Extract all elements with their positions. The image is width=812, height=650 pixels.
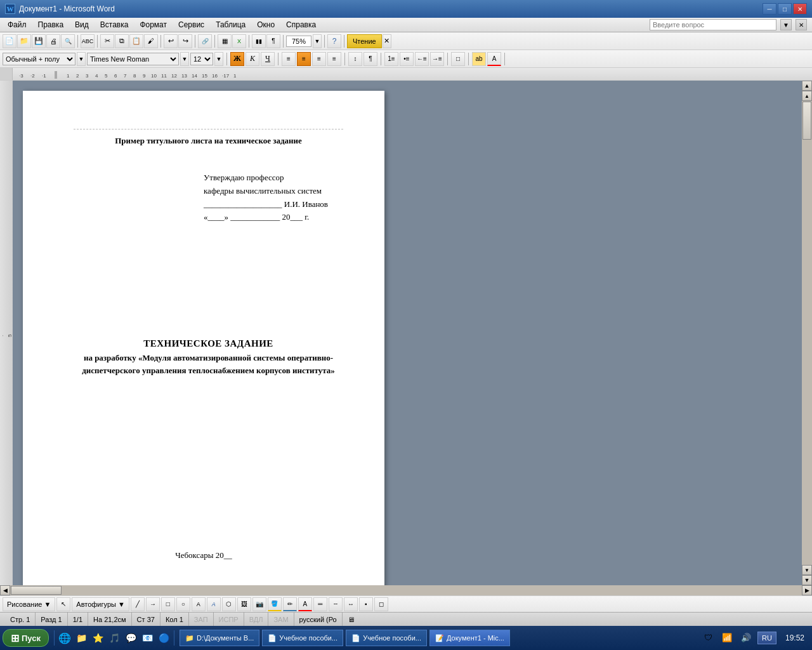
- systray-antivirus[interactable]: 🛡: [700, 630, 716, 646]
- line-color-button[interactable]: ✏: [283, 597, 297, 611]
- size-select[interactable]: 12: [190, 53, 213, 65]
- ie-icon[interactable]: 🌐: [57, 630, 72, 646]
- bullets-button[interactable]: •≡: [400, 52, 414, 66]
- menu-file[interactable]: Файл: [3, 19, 32, 30]
- taskbar-task-3[interactable]: 📄Учебное пособи...: [346, 630, 427, 646]
- clipart-button[interactable]: 🖼: [237, 597, 251, 611]
- scroll-down-button[interactable]: ▼: [802, 575, 812, 585]
- font-select[interactable]: Times New Roman: [87, 53, 179, 65]
- line-spacing-button[interactable]: ↕: [348, 52, 362, 66]
- zoom-dropdown[interactable]: ▼: [313, 34, 322, 48]
- systray-network[interactable]: 📶: [719, 630, 735, 646]
- maximize-button[interactable]: □: [778, 3, 792, 15]
- align-right-button[interactable]: ≡: [312, 52, 326, 66]
- zoom-input[interactable]: [286, 36, 311, 47]
- diagram-button[interactable]: ⬡: [222, 597, 236, 611]
- decrease-indent-button[interactable]: ←≡: [415, 52, 429, 66]
- paragraph-button[interactable]: ¶: [363, 52, 377, 66]
- h-scroll-left-button[interactable]: ◀: [0, 585, 10, 595]
- help-close-button[interactable]: ✕: [796, 19, 807, 30]
- rect-button[interactable]: □: [161, 597, 175, 611]
- fill-color-button[interactable]: 🪣: [268, 597, 282, 611]
- font-color-button[interactable]: A: [487, 52, 501, 66]
- systray-sound[interactable]: 🔊: [738, 630, 754, 646]
- menu-format[interactable]: Формат: [134, 19, 172, 30]
- align-center-button[interactable]: ≡: [297, 52, 311, 66]
- menu-window[interactable]: Окно: [252, 19, 280, 30]
- select-tool-button[interactable]: ↖: [56, 597, 70, 611]
- scroll-up2-button[interactable]: ▲: [802, 91, 812, 101]
- shadow-button[interactable]: ▪: [359, 597, 373, 611]
- menu-help[interactable]: Справка: [281, 19, 321, 30]
- font-color-btn2[interactable]: A: [298, 597, 312, 611]
- ellipse-button[interactable]: ○: [176, 597, 190, 611]
- open-button[interactable]: 📁: [17, 34, 31, 48]
- copy-button[interactable]: ⧉: [115, 34, 129, 48]
- help-icon-button[interactable]: ?: [327, 34, 341, 48]
- increase-indent-button[interactable]: →≡: [430, 52, 444, 66]
- align-left-button[interactable]: ≡: [282, 52, 296, 66]
- wordart-button[interactable]: A: [207, 597, 221, 611]
- cut-button[interactable]: ✂: [100, 34, 114, 48]
- quicklaunch-4[interactable]: 💬: [123, 630, 138, 646]
- print-button[interactable]: 🖨: [46, 34, 60, 48]
- size-dropdown[interactable]: ▼: [214, 52, 223, 66]
- autoshapes-button[interactable]: Автофигуры ▼: [72, 597, 129, 611]
- minimize-button[interactable]: ─: [763, 3, 776, 15]
- style-dropdown[interactable]: ▼: [77, 52, 86, 66]
- arrow-button[interactable]: →: [146, 597, 160, 611]
- columns-button[interactable]: ▮▮: [252, 34, 266, 48]
- image-button[interactable]: 📷: [252, 597, 266, 611]
- menu-service[interactable]: Сервис: [173, 19, 209, 30]
- border-button[interactable]: □: [451, 52, 465, 66]
- quicklaunch-5[interactable]: 📧: [140, 630, 155, 646]
- read-close-button[interactable]: ✕: [383, 34, 391, 48]
- 3d-button[interactable]: ◻: [374, 597, 388, 611]
- h-scroll-right-button[interactable]: ▶: [802, 585, 812, 595]
- quicklaunch-1[interactable]: 📁: [74, 630, 89, 646]
- font-dropdown[interactable]: ▼: [180, 52, 189, 66]
- highlight-button[interactable]: ab: [472, 52, 486, 66]
- excel-button[interactable]: X: [232, 34, 246, 48]
- document-area[interactable]: Пример титульного листа на техническое з…: [13, 81, 802, 585]
- redo-button[interactable]: ↪: [178, 34, 192, 48]
- paste-button[interactable]: 📋: [129, 34, 143, 48]
- menu-view[interactable]: Вид: [70, 19, 94, 30]
- scroll-down2-button[interactable]: ▼: [802, 565, 812, 575]
- save-button[interactable]: 💾: [32, 34, 46, 48]
- h-scroll-thumb[interactable]: [11, 586, 62, 595]
- preview-button[interactable]: 🔍: [61, 34, 75, 48]
- align-justify-button[interactable]: ≡: [327, 52, 341, 66]
- quicklaunch-3[interactable]: 🎵: [107, 630, 122, 646]
- bold-button[interactable]: Ж: [230, 52, 244, 66]
- scroll-up-button[interactable]: ▲: [802, 81, 812, 91]
- undo-button[interactable]: ↩: [164, 34, 178, 48]
- drawing-label-button[interactable]: Рисование ▼: [3, 597, 55, 611]
- scroll-thumb[interactable]: [802, 102, 811, 140]
- close-button[interactable]: ✕: [793, 3, 807, 15]
- language-indicator[interactable]: RU: [757, 632, 776, 644]
- line-style-button[interactable]: ═: [313, 597, 327, 611]
- start-button[interactable]: ⊞ Пуск: [3, 629, 49, 647]
- read-button[interactable]: Чтение: [347, 34, 382, 48]
- menu-edit[interactable]: Правка: [33, 19, 69, 30]
- show-button[interactable]: ¶: [266, 34, 280, 48]
- menu-table[interactable]: Таблица: [211, 19, 251, 30]
- taskbar-task-2[interactable]: 📄Учебное пособи...: [262, 630, 343, 646]
- numbering-button[interactable]: 1≡: [384, 52, 398, 66]
- help-search-button[interactable]: ▼: [780, 19, 792, 30]
- taskbar-task-1[interactable]: 📁D:\Документы В...: [180, 630, 259, 646]
- hyperlink-button[interactable]: 🔗: [198, 34, 212, 48]
- line-button[interactable]: ╱: [131, 597, 145, 611]
- underline-button[interactable]: Ч: [261, 52, 275, 66]
- arrow-style-button[interactable]: ↔: [344, 597, 358, 611]
- quicklaunch-6[interactable]: 🔵: [156, 630, 171, 646]
- style-select[interactable]: Обычный + полу: [3, 53, 75, 65]
- spell-button[interactable]: ABC: [81, 34, 95, 48]
- format-painter-button[interactable]: 🖌: [144, 34, 158, 48]
- italic-button[interactable]: К: [246, 52, 259, 66]
- new-button[interactable]: 📄: [3, 34, 16, 48]
- table-button[interactable]: ▦: [218, 34, 232, 48]
- dash-style-button[interactable]: ╌: [329, 597, 343, 611]
- textbox-button[interactable]: A: [192, 597, 206, 611]
